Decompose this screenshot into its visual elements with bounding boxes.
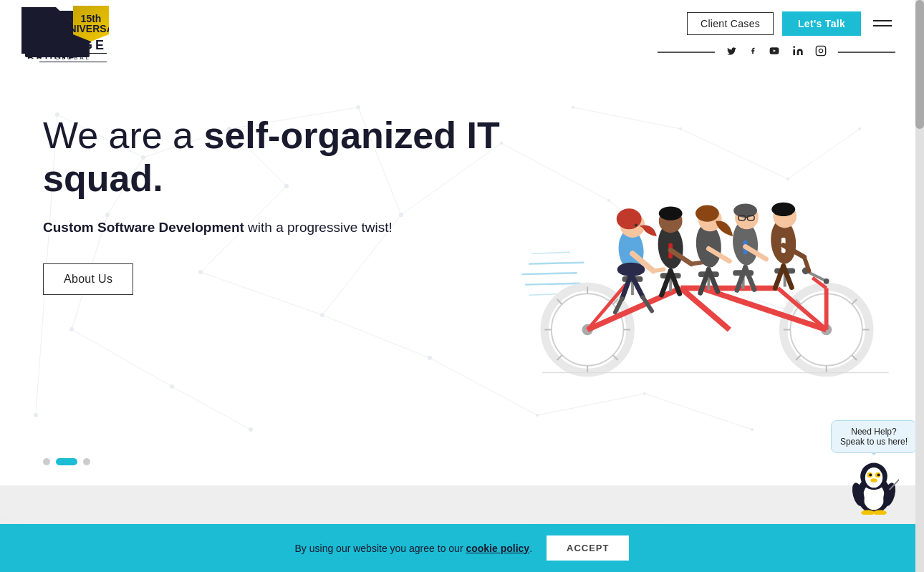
- client-cases-button[interactable]: Client Cases: [687, 12, 774, 35]
- cookie-text-before: By using our website you agree to our: [295, 543, 466, 554]
- header: 15th ANNIVERSARY BRIDGE GLOBAL: [0, 0, 924, 72]
- svg-line-57: [537, 394, 645, 415]
- svg-point-164: [877, 474, 880, 477]
- svg-line-51: [573, 107, 680, 129]
- svg-point-116: [617, 208, 642, 229]
- lets-talk-button[interactable]: Let's Talk: [782, 11, 861, 36]
- social-row: [658, 44, 895, 61]
- svg-line-53: [788, 129, 860, 179]
- twitter-icon[interactable]: [726, 45, 738, 59]
- svg-point-163: [869, 474, 872, 477]
- hero-section: .node{fill:#c0c8d8;} .edge{stroke:#c0c8d…: [0, 72, 924, 487]
- social-line-right: [838, 52, 895, 53]
- slide-dot-1[interactable]: [43, 458, 50, 465]
- social-line-left: [658, 52, 715, 53]
- accept-cookie-button[interactable]: ACCEPT: [547, 535, 629, 561]
- svg-line-65: [532, 252, 570, 253]
- svg-line-64: [525, 283, 580, 285]
- hero-subtitle-bold: Custom Software Development: [43, 220, 244, 235]
- header-right: Client Cases Let's Talk: [658, 11, 895, 61]
- linkedin-icon[interactable]: [792, 45, 804, 60]
- svg-point-134: [696, 205, 719, 222]
- svg-line-129: [691, 263, 702, 264]
- anniversary-badge: 15th ANNIVERSARY: [73, 6, 109, 42]
- svg-line-62: [529, 263, 584, 264]
- penguin-mascot: [849, 457, 899, 515]
- help-widget[interactable]: Need Help? Speak to us here!: [831, 420, 917, 515]
- cookie-banner: By using our website you agree to our co…: [0, 524, 924, 572]
- logo[interactable]: 15th ANNIVERSARY BRIDGE GLOBAL: [21, 7, 100, 64]
- cookie-text: By using our website you agree to our co…: [295, 543, 533, 554]
- help-bubble: Need Help? Speak to us here!: [831, 420, 917, 453]
- slide-dot-2[interactable]: [56, 458, 77, 465]
- cookie-policy-link[interactable]: cookie policy: [466, 543, 529, 554]
- svg-point-160: [865, 467, 882, 488]
- hero-content: We are a self-organized IT squad. Custom…: [0, 72, 509, 338]
- hero-illustration: [487, 178, 903, 381]
- team-bicycle-svg: [487, 178, 903, 378]
- svg-text:BRIDGE: BRIDGE: [27, 52, 77, 59]
- header-top-row: Client Cases Let's Talk: [687, 11, 895, 36]
- svg-line-119: [653, 269, 664, 271]
- svg-point-151: [771, 203, 795, 216]
- svg-point-165: [870, 478, 877, 483]
- svg-line-89: [587, 289, 680, 330]
- svg-point-117: [635, 224, 637, 227]
- scrollbar-thumb[interactable]: [915, 0, 924, 129]
- svg-point-127: [659, 206, 683, 220]
- hamburger-line-1: [873, 20, 892, 21]
- instagram-icon[interactable]: [815, 45, 827, 60]
- hamburger-menu[interactable]: [870, 16, 895, 30]
- help-line2: Speak to us here!: [840, 437, 908, 447]
- slide-indicators: [43, 458, 90, 465]
- slide-dot-3[interactable]: [83, 458, 90, 465]
- help-line1: Need Help?: [840, 427, 908, 437]
- logo-area: 15th ANNIVERSARY BRIDGE GLOBAL: [21, 7, 107, 64]
- hero-subtitle: Custom Software Development with a progr…: [43, 218, 509, 238]
- hero-title: We are a self-organized IT squad.: [43, 115, 509, 200]
- hamburger-line-2: [873, 25, 892, 26]
- facebook-icon[interactable]: [749, 44, 756, 61]
- scrollbar[interactable]: [915, 0, 924, 572]
- svg-point-10: [793, 46, 795, 48]
- svg-line-56: [645, 394, 752, 430]
- svg-line-63: [521, 273, 577, 274]
- hero-subtitle-light: with a progressive twist!: [244, 220, 393, 235]
- svg-line-52: [680, 129, 788, 179]
- hero-title-light: We are a: [43, 115, 203, 156]
- cookie-text-after: .: [529, 543, 532, 554]
- youtube-icon[interactable]: [768, 45, 781, 59]
- about-us-button[interactable]: About Us: [43, 263, 133, 295]
- svg-rect-11: [816, 46, 825, 55]
- svg-point-100: [824, 278, 829, 284]
- svg-line-47: [172, 387, 251, 430]
